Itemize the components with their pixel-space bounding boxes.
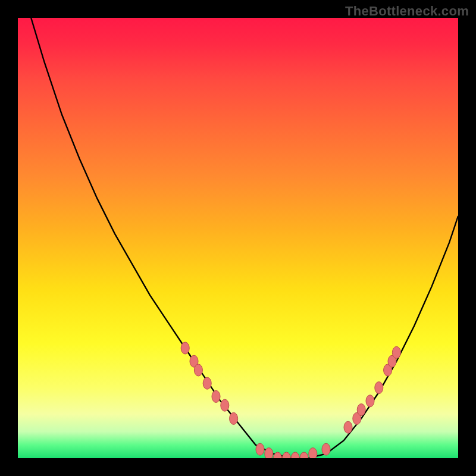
plot-area xyxy=(18,18,458,458)
data-point-marker xyxy=(230,412,238,424)
data-point-marker xyxy=(265,448,273,458)
data-point-marker xyxy=(181,342,189,354)
data-point-marker xyxy=(221,399,229,411)
data-point-marker xyxy=(212,390,220,402)
data-point-marker xyxy=(194,364,202,376)
data-point-marker xyxy=(291,452,299,458)
data-point-marker xyxy=(322,443,330,455)
data-point-marker xyxy=(357,404,365,416)
chart-frame: TheBottleneck.com xyxy=(0,0,476,476)
data-point-marker xyxy=(282,452,290,458)
curve-markers xyxy=(181,342,400,458)
data-point-marker xyxy=(375,382,383,394)
data-point-marker xyxy=(203,377,211,389)
bottleneck-curve xyxy=(31,18,458,458)
watermark-text: TheBottleneck.com xyxy=(345,4,469,19)
data-point-marker xyxy=(366,395,374,407)
data-point-marker xyxy=(274,452,282,458)
data-point-marker xyxy=(256,443,264,455)
data-point-marker xyxy=(344,421,352,433)
data-point-marker xyxy=(300,452,308,458)
data-point-marker xyxy=(309,448,317,458)
curve-svg xyxy=(18,18,458,458)
data-point-marker xyxy=(392,346,400,358)
